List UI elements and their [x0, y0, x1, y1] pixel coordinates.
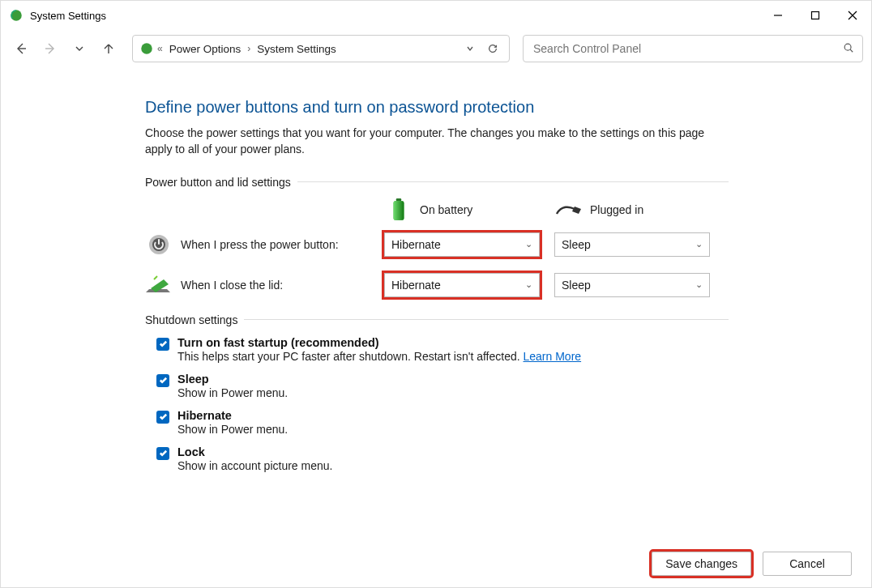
- page-title: Define power buttons and turn on passwor…: [145, 98, 871, 117]
- window-title: System Settings: [30, 10, 106, 22]
- column-plugged-in: Plugged in: [554, 198, 725, 221]
- svg-rect-2: [812, 12, 819, 19]
- check-lock[interactable]: Lock Show in account picture menu.: [156, 445, 871, 472]
- control-panel-icon: [139, 41, 154, 56]
- check-fast-startup[interactable]: Turn on fast startup (recommended) This …: [156, 336, 871, 363]
- row-label-close-lid: When I close the lid:: [181, 279, 283, 292]
- save-button[interactable]: Save changes: [652, 552, 751, 576]
- checkbox-icon[interactable]: [156, 338, 169, 351]
- chevron-down-icon: ⌄: [695, 239, 703, 249]
- up-button[interactable]: [100, 39, 118, 58]
- maximize-button[interactable]: [797, 1, 834, 30]
- close-button[interactable]: [834, 1, 871, 30]
- app-icon: [9, 8, 24, 23]
- chevron-down-icon: ⌄: [525, 279, 532, 290]
- checkbox-icon[interactable]: [156, 411, 169, 424]
- breadcrumb-system-settings[interactable]: System Settings: [254, 43, 340, 55]
- svg-point-7: [141, 43, 152, 54]
- svg-point-8: [844, 44, 851, 50]
- column-on-battery: On battery: [384, 198, 554, 221]
- check-hibernate[interactable]: Hibernate Show in Power menu.: [156, 409, 871, 436]
- section-rule: [244, 319, 729, 320]
- chevron-down-icon: ⌄: [695, 279, 703, 290]
- section-shutdown-title: Shutdown settings: [145, 313, 237, 326]
- addr-overflow-chevron[interactable]: «: [154, 43, 166, 54]
- plug-icon: [554, 198, 583, 221]
- checkbox-icon[interactable]: [156, 374, 169, 387]
- breadcrumb-power-options[interactable]: Power Options: [166, 43, 245, 55]
- svg-line-9: [850, 49, 853, 52]
- refresh-button[interactable]: [481, 37, 504, 60]
- select-power-plugged[interactable]: Sleep ⌄: [554, 232, 710, 257]
- select-power-battery[interactable]: Hibernate ⌄: [384, 232, 540, 257]
- svg-rect-10: [396, 198, 401, 201]
- power-button-icon: [145, 232, 173, 257]
- select-lid-plugged[interactable]: Sleep ⌄: [554, 273, 710, 297]
- address-bar[interactable]: « Power Options › System Settings: [132, 35, 510, 62]
- search-icon: [843, 42, 854, 56]
- row-power-button: When I press the power button: Hibernate…: [145, 232, 871, 257]
- minimize-button[interactable]: [759, 1, 797, 30]
- battery-icon: [384, 198, 413, 221]
- address-dropdown[interactable]: [459, 37, 481, 60]
- title-bar: System Settings: [1, 1, 871, 30]
- lid-icon: [145, 273, 173, 297]
- search-input[interactable]: [532, 41, 843, 56]
- select-lid-battery[interactable]: Hibernate ⌄: [384, 273, 540, 297]
- forward-button[interactable]: [41, 39, 59, 58]
- recent-button[interactable]: [71, 39, 88, 58]
- content-area: Define power buttons and turn on passwor…: [1, 67, 871, 540]
- chevron-down-icon: ⌄: [525, 239, 532, 249]
- learn-more-link[interactable]: Learn More: [524, 350, 582, 363]
- check-sleep[interactable]: Sleep Show in Power menu.: [156, 373, 871, 399]
- section-power-title: Power button and lid settings: [145, 176, 291, 189]
- footer: Save changes Cancel: [1, 540, 871, 587]
- svg-rect-12: [394, 201, 404, 220]
- page-description: Choose the power settings that you want …: [145, 125, 729, 158]
- back-button[interactable]: [12, 39, 30, 58]
- section-rule: [297, 181, 729, 182]
- search-box[interactable]: [523, 35, 863, 62]
- cancel-button[interactable]: Cancel: [763, 552, 852, 576]
- chevron-right-icon: ›: [244, 43, 254, 54]
- checkbox-icon[interactable]: [156, 447, 169, 460]
- row-close-lid: When I close the lid: Hibernate ⌄ Sleep …: [145, 273, 871, 297]
- nav-row: « Power Options › System Settings: [1, 30, 871, 67]
- row-label-power-button: When I press the power button:: [181, 238, 339, 251]
